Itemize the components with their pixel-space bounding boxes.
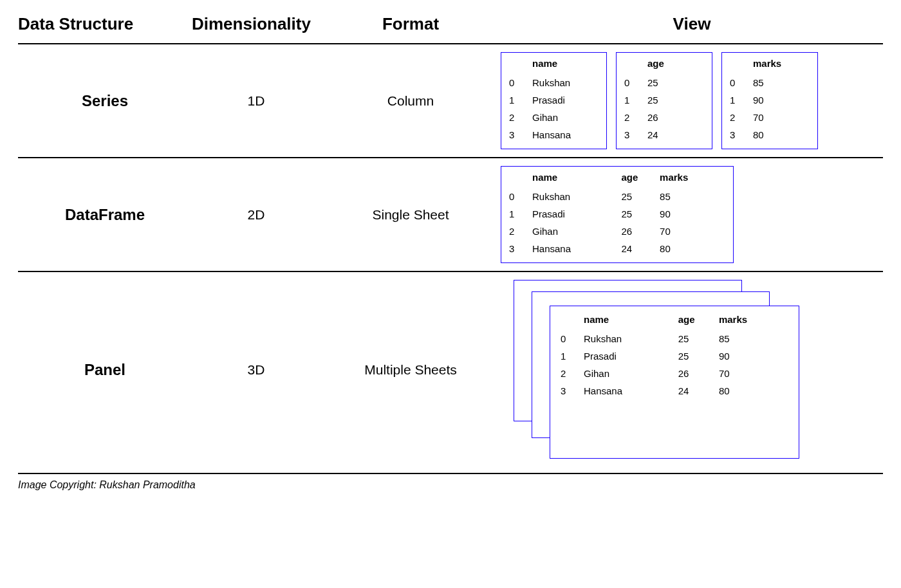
col-header-format: Format: [320, 14, 501, 34]
series-view: name 0Rukshan 1Prasadi 2Gihan 3Hansana a…: [501, 52, 883, 149]
val-cell: Hansana: [532, 126, 599, 143]
val-cell: 90: [719, 347, 788, 365]
dataframe-box: name age marks 0Rukshan2585 1Prasadi2590…: [501, 166, 734, 263]
idx-cell: 1: [561, 347, 584, 365]
panel-table: name age marks 0Rukshan2585 1Prasadi2590…: [561, 314, 788, 400]
val-cell: 25: [678, 330, 719, 347]
val-cell: 24: [647, 126, 704, 143]
table-row: 0Rukshan2585: [509, 188, 725, 205]
val-cell: Prasadi: [532, 91, 599, 109]
val-cell: 25: [647, 74, 704, 91]
series-table-age: age 025 125 226 324: [624, 58, 704, 143]
table-row: 3Hansana2480: [561, 382, 788, 400]
df-h-marks: marks: [660, 172, 725, 188]
series-dim: 1D: [192, 93, 320, 109]
val-cell: Gihan: [532, 223, 621, 240]
panel-sheet-front: name age marks 0Rukshan2585 1Prasadi2590…: [550, 306, 799, 459]
header-row: Data Structure Dimensionality Format Vie…: [18, 10, 883, 44]
idx-cell: 2: [509, 223, 532, 240]
idx-cell: 1: [509, 205, 532, 223]
df-h-name: name: [532, 172, 621, 188]
table-row: 380: [730, 126, 810, 143]
val-cell: Hansana: [584, 382, 678, 400]
dataframe-format: Single Sheet: [320, 207, 501, 223]
val-cell: Prasadi: [532, 205, 621, 223]
table-row: 025: [624, 74, 704, 91]
val-cell: Gihan: [584, 365, 678, 382]
comparison-table: Data Structure Dimensionality Format Vie…: [18, 10, 883, 474]
idx-cell: 3: [509, 126, 532, 143]
panel-view: name age marks 0Rukshan2585 1Prasadi2590…: [501, 280, 883, 460]
col-header-dimensionality: Dimensionality: [192, 14, 320, 34]
series-table-name: name 0Rukshan 1Prasadi 2Gihan 3Hansana: [509, 58, 599, 143]
table-row: 226: [624, 109, 704, 126]
val-cell: 80: [719, 382, 788, 400]
row-panel: Panel 3D Multiple Sheets name age marks …: [18, 272, 883, 474]
pn-h-age: age: [678, 314, 719, 330]
val-cell: Rukshan: [532, 74, 599, 91]
val-cell: Prasadi: [584, 347, 678, 365]
pn-h-name: name: [584, 314, 678, 330]
table-row: 085: [730, 74, 810, 91]
copyright-text: Image Copyright: Rukshan Pramoditha: [18, 479, 883, 491]
val-cell: 85: [719, 330, 788, 347]
dataframe-label: DataFrame: [18, 206, 192, 224]
val-cell: 24: [678, 382, 719, 400]
idx-cell: 1: [624, 91, 647, 109]
col-header-view: View: [501, 14, 883, 34]
series-table-marks: marks 085 190 270 380: [730, 58, 810, 143]
dataframe-dim: 2D: [192, 207, 320, 223]
col-header-view-text: View: [673, 14, 711, 34]
idx-cell: 3: [624, 126, 647, 143]
val-cell: 80: [753, 126, 810, 143]
val-cell: 24: [621, 240, 660, 257]
val-cell: 25: [678, 347, 719, 365]
df-h-age: age: [621, 172, 660, 188]
series-label: Series: [18, 92, 192, 110]
table-row: 324: [624, 126, 704, 143]
table-row: 0Rukshan2585: [561, 330, 788, 347]
idx-cell: 0: [561, 330, 584, 347]
row-series: Series 1D Column name 0Rukshan 1Prasadi …: [18, 44, 883, 158]
val-cell: 85: [753, 74, 810, 91]
idx-cell: 0: [509, 188, 532, 205]
table-row: 1Prasadi2590: [561, 347, 788, 365]
idx-cell: 2: [730, 109, 753, 126]
idx-cell: 2: [624, 109, 647, 126]
series-box-age: age 025 125 226 324: [616, 52, 712, 149]
idx-cell: 3: [509, 240, 532, 257]
val-cell: Rukshan: [584, 330, 678, 347]
series-name-header: name: [532, 58, 599, 74]
idx-cell: 0: [730, 74, 753, 91]
table-row: 2Gihan2670: [509, 223, 725, 240]
idx-cell: 3: [730, 126, 753, 143]
val-cell: 26: [647, 109, 704, 126]
val-cell: 25: [647, 91, 704, 109]
val-cell: 25: [621, 205, 660, 223]
series-box-marks: marks 085 190 270 380: [721, 52, 818, 149]
col-header-data-structure: Data Structure: [18, 14, 192, 34]
table-row: 1Prasadi: [509, 91, 599, 109]
series-view-inner: name 0Rukshan 1Prasadi 2Gihan 3Hansana a…: [501, 52, 818, 149]
table-row: 2Gihan: [509, 109, 599, 126]
idx-cell: 0: [509, 74, 532, 91]
series-box-name: name 0Rukshan 1Prasadi 2Gihan 3Hansana: [501, 52, 607, 149]
val-cell: 70: [719, 365, 788, 382]
val-cell: 70: [660, 223, 725, 240]
table-row: 1Prasadi2590: [509, 205, 725, 223]
series-age-header: age: [647, 58, 704, 74]
val-cell: 85: [660, 188, 725, 205]
idx-cell: 0: [624, 74, 647, 91]
pn-h-marks: marks: [719, 314, 788, 330]
panel-label: Panel: [18, 361, 192, 379]
table-row: 3Hansana2480: [509, 240, 725, 257]
table-row: 125: [624, 91, 704, 109]
idx-cell: 1: [730, 91, 753, 109]
table-row: 190: [730, 91, 810, 109]
dataframe-view: name age marks 0Rukshan2585 1Prasadi2590…: [501, 166, 883, 263]
series-format: Column: [320, 93, 501, 109]
idx-cell: 2: [509, 109, 532, 126]
val-cell: 25: [621, 188, 660, 205]
val-cell: Hansana: [532, 240, 621, 257]
val-cell: 90: [660, 205, 725, 223]
